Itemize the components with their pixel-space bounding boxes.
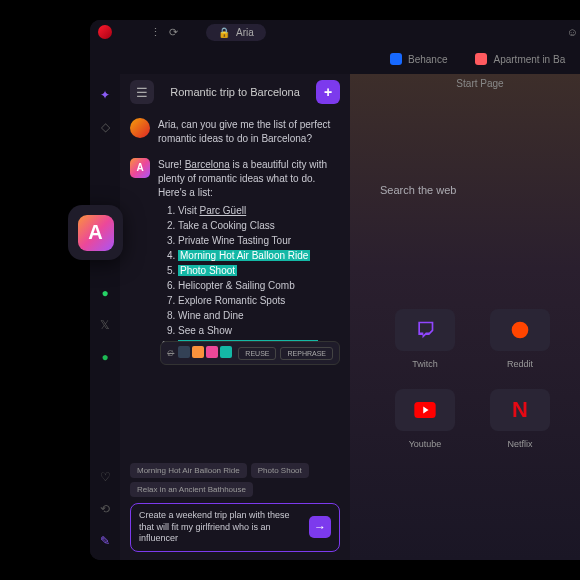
- address-label: Aria: [236, 27, 254, 38]
- color-swatch[interactable]: [206, 346, 218, 358]
- speed-dial-row: TwitchReddit: [395, 309, 580, 369]
- start-page-label: Start Page: [456, 78, 503, 89]
- aria-msg-text: Sure! Barcelona is a beautiful city with…: [158, 158, 340, 354]
- aria-floating-button[interactable]: A: [68, 205, 123, 260]
- face-icon[interactable]: ☺: [567, 26, 578, 39]
- more-icon[interactable]: ⋮: [150, 26, 161, 39]
- strike-icon[interactable]: ∅: [167, 349, 174, 358]
- chips-row: Morning Hot Air Balloon RidePhoto ShootR…: [130, 463, 340, 497]
- speed-dial-item[interactable]: Youtube: [395, 389, 455, 449]
- list-item: See a Show: [178, 324, 340, 338]
- chip[interactable]: Photo Shoot: [251, 463, 309, 478]
- chat-title: Romantic trip to Barcelona: [164, 86, 306, 98]
- svg-point-0: [512, 322, 529, 339]
- aria-a-icon: A: [88, 221, 102, 244]
- start-page: Start Page Search the web TwitchReddit Y…: [350, 74, 580, 560]
- color-swatch[interactable]: [178, 346, 190, 358]
- sidebar: ✦ ◇ ● 𝕏 ● ♡ ⟲ ✎: [90, 74, 120, 560]
- color-swatch[interactable]: [220, 346, 232, 358]
- user-message: Aria, can you give me the list of perfec…: [130, 118, 340, 146]
- aria-sidebar-icon[interactable]: ✦: [96, 86, 114, 104]
- chat-footer: Morning Hot Air Balloon RidePhoto ShootR…: [120, 455, 350, 560]
- list-item: Helicopter & Sailing Comb: [178, 279, 340, 293]
- address-bar[interactable]: 🔒 Aria: [206, 24, 266, 41]
- behance-icon: [390, 53, 402, 65]
- list-item: Wine and Dine: [178, 309, 340, 323]
- lock-icon: 🔒: [218, 27, 230, 38]
- user-avatar: [130, 118, 150, 138]
- speed-dial-item[interactable]: Twitch: [395, 309, 455, 369]
- search-input[interactable]: Search the web: [380, 184, 456, 196]
- topbar: ⋮ ⟳ 🔒 Aria ☺ 📌: [90, 20, 580, 44]
- opera-logo-icon[interactable]: [98, 25, 112, 39]
- aria-message: A Sure! Barcelona is a beautiful city wi…: [130, 158, 340, 354]
- heart-icon[interactable]: ♡: [96, 468, 114, 486]
- list-item: Take a Cooking Class: [178, 219, 340, 233]
- chip[interactable]: Morning Hot Air Balloon Ride: [130, 463, 247, 478]
- color-swatch[interactable]: [192, 346, 204, 358]
- tab-label: Behance: [408, 54, 447, 65]
- edit-icon[interactable]: ✎: [96, 532, 114, 550]
- tab-label: Apartment in Ba: [493, 54, 565, 65]
- list-item: Photo Shoot: [178, 264, 340, 278]
- new-chat-button[interactable]: +: [316, 80, 340, 104]
- whatsapp-icon[interactable]: ●: [96, 284, 114, 302]
- tab-apartment[interactable]: Apartment in Ba: [463, 48, 577, 70]
- chip[interactable]: Relax in an Ancient Bathhouse: [130, 482, 253, 497]
- chat-input-text[interactable]: Create a weekend trip plan with these th…: [139, 510, 303, 545]
- reload-icon[interactable]: ⟳: [169, 26, 178, 39]
- chat-input[interactable]: Create a weekend trip plan with these th…: [130, 503, 340, 552]
- highlight-toolbar: ∅ REUSE REPHRASE: [160, 341, 340, 365]
- history-icon[interactable]: ⟲: [96, 500, 114, 518]
- list-item: Private Wine Tasting Tour: [178, 234, 340, 248]
- list-item: Morning Hot Air Balloon Ride: [178, 249, 340, 263]
- send-button[interactable]: →: [309, 516, 331, 538]
- list-item: Explore Romantic Spots: [178, 294, 340, 308]
- reuse-button[interactable]: REUSE: [238, 347, 276, 360]
- airbnb-icon: [475, 53, 487, 65]
- list-item: Visit Parc Güell: [178, 204, 340, 218]
- browser-window: ⋮ ⟳ 🔒 Aria ☺ 📌 Behance Apartment in Ba ✦…: [90, 20, 580, 560]
- x-icon[interactable]: 𝕏: [96, 316, 114, 334]
- aria-avatar: A: [130, 158, 150, 178]
- tab-behance[interactable]: Behance: [378, 48, 459, 70]
- chat-panel: ☰ Romantic trip to Barcelona + Aria, can…: [120, 74, 350, 560]
- tabbar: Behance Apartment in Ba: [90, 44, 580, 74]
- speed-dial-item[interactable]: Reddit: [490, 309, 550, 369]
- menu-button[interactable]: ☰: [130, 80, 154, 104]
- speed-dial-item[interactable]: NNetflix: [490, 389, 550, 449]
- rephrase-button[interactable]: REPHRASE: [280, 347, 333, 360]
- spotify-icon[interactable]: ●: [96, 348, 114, 366]
- speed-dial-row: YoutubeNNetflix: [395, 389, 580, 449]
- sidebar-icon[interactable]: ◇: [96, 118, 114, 136]
- user-msg-text: Aria, can you give me the list of perfec…: [158, 118, 340, 146]
